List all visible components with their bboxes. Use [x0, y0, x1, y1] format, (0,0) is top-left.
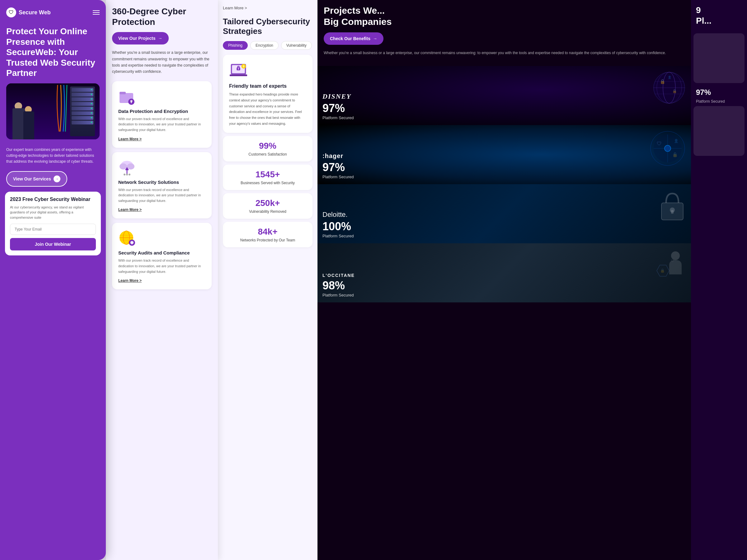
tab-phishing[interactable]: Phishing — [223, 41, 248, 50]
strategy-tabs: Phishing Encryption Vulnerability — [223, 41, 312, 50]
project-card-loccitane[interactable]: 🔒 🛡 L'OCCITANE 98% Platform Secured — [317, 243, 691, 302]
svg-point-21 — [238, 69, 239, 70]
deloitte-percent: 100% — [323, 220, 354, 233]
email-input[interactable] — [10, 224, 96, 235]
svg-point-5 — [120, 163, 127, 169]
loccitane-percent: 98% — [323, 279, 355, 292]
data-protection-icon: ✓ — [118, 87, 136, 105]
server-rack-illustration — [70, 86, 95, 136]
svg-text:🛡: 🛡 — [657, 141, 662, 146]
stat-number-2: 1545+ — [229, 169, 306, 180]
check-benefits-button[interactable]: Check Our Benefits → — [324, 32, 383, 45]
app-header: 🛡 Secure Web — [0, 0, 106, 21]
disney-label: Platform Secured — [323, 115, 354, 120]
stat-number-3: 250k+ — [229, 198, 306, 208]
top-learn-more-link[interactable]: Learn More > — [223, 6, 247, 10]
panel4-description: Whether you're a small business or a lar… — [324, 50, 685, 56]
deloitte-label: Platform Secured — [323, 234, 354, 238]
logo-area: 🛡 Secure Web — [6, 7, 51, 18]
deloitte-company-name: Deloitte. — [323, 211, 354, 219]
webinar-title: 2023 Free Cyber Security Webinar — [10, 196, 96, 202]
hamburger-menu[interactable] — [93, 10, 100, 15]
learn-more-link-1[interactable]: Learn More > — [118, 137, 141, 141]
panel2-description: Whether you're a small business or a lar… — [112, 50, 212, 75]
panel-projects: Projects We...Big Companies Check Our Be… — [317, 0, 691, 560]
hager-percent: 97% — [323, 161, 354, 174]
svg-rect-44 — [671, 210, 673, 214]
strategy-description: These expanded hero headings provide mor… — [229, 91, 306, 126]
svg-text:🔒: 🔒 — [660, 79, 666, 84]
peek-card-2 — [693, 106, 745, 156]
svg-text:🔒: 🔒 — [672, 89, 677, 93]
service-card-3: Security Audits and Compliance With our … — [112, 223, 212, 289]
disney-percent: 97% — [323, 102, 354, 115]
panel-strategies: Learn More > Tailored Cybersecurity Stra… — [218, 0, 317, 560]
panel-services: 360-Degree Cyber Protection View Our Pro… — [106, 0, 218, 560]
hager-card-content: :hager 97% Platform Secured — [323, 153, 354, 179]
hager-company-name: :hager — [323, 153, 354, 160]
arrow-icon: → — [158, 36, 162, 41]
stat-label-2: Businesses Served with Security — [229, 181, 306, 185]
panel-mobile-purple: 🛡 Secure Web Protect Your Online Presenc… — [0, 0, 106, 560]
tab-vulnerability[interactable]: Vulnerability — [281, 41, 312, 50]
stat-card-vulnerabilities: 250k+ Vulnerability Removed — [223, 193, 312, 219]
svg-point-38 — [665, 145, 671, 152]
service-desc-2: With our proven track record of excellen… — [118, 187, 205, 204]
join-webinar-button[interactable]: Join Our Webinar — [10, 238, 96, 250]
peek-number: 97% — [691, 85, 747, 99]
peek-content: 9Pl... — [691, 0, 747, 31]
arrow-icon: → — [54, 176, 60, 182]
hero-section: Protect Your Online Presence with Secure… — [0, 21, 106, 143]
peek-label: Platform Secured — [691, 99, 747, 104]
stat-card-businesses: 1545+ Businesses Served with Security — [223, 165, 312, 190]
svg-point-9 — [124, 174, 125, 176]
service-card-2: Network Security Solutions With our prov… — [112, 152, 212, 219]
svg-point-11 — [129, 174, 130, 176]
svg-rect-1 — [120, 92, 126, 94]
svg-text:✓: ✓ — [130, 100, 133, 104]
service-card-1: ✓ Data Protection and Encryption With ou… — [112, 81, 212, 148]
loccitane-label: Platform Secured — [323, 293, 355, 297]
svg-text:🔒: 🔒 — [672, 152, 678, 157]
svg-text:👤: 👤 — [674, 138, 678, 143]
peek-card-1 — [693, 33, 745, 83]
network-security-icon — [118, 158, 136, 176]
tab-encryption[interactable]: Encryption — [250, 41, 279, 50]
project-card-deloitte[interactable]: Deloitte. 100% Platform Secured — [317, 184, 691, 243]
loccitane-card-content: L'OCCITANE 98% Platform Secured — [323, 273, 355, 297]
service-desc-1: With our proven track record of excellen… — [118, 116, 205, 133]
panel4-header: Projects We...Big Companies Check Our Be… — [317, 0, 691, 66]
project-card-hager[interactable]: 🛡 🔒 👤 :hager 97% Platform Secured — [317, 125, 691, 184]
hero-title: Protect Your Online Presence with Secure… — [6, 26, 100, 78]
hero-description: Our expert team combines years of experi… — [0, 143, 106, 169]
view-projects-button[interactable]: View Our Projects → — [112, 32, 169, 45]
service-title-2: Network Security Solutions — [118, 180, 205, 185]
svg-text:👤: 👤 — [668, 75, 672, 79]
arrow-icon: → — [373, 36, 377, 41]
svg-point-10 — [126, 174, 128, 176]
stat-label-3: Vulnerability Removed — [229, 209, 306, 214]
project-card-disney[interactable]: 🔒 🔒 👤 DISNEY 97% Platform Secured — [317, 66, 691, 125]
view-services-button[interactable]: View Our Services → — [6, 171, 67, 187]
panel2-title: 360-Degree Cyber Protection — [112, 6, 212, 27]
panel4-title: Projects We...Big Companies — [324, 5, 685, 27]
person-figure — [11, 96, 28, 139]
stat-number-1: 99% — [229, 141, 306, 151]
learn-more-link-2[interactable]: Learn More > — [118, 208, 141, 212]
logo-icon: 🛡 — [6, 7, 16, 18]
stat-label-1: Customers Satisfaction — [229, 152, 306, 157]
svg-text:🔒: 🔒 — [660, 268, 665, 273]
hager-label: Platform Secured — [323, 175, 354, 179]
stat-label-4: Networks Protected by Our Team — [229, 238, 306, 242]
stat-card-satisfaction: 99% Customers Satisfaction — [223, 136, 312, 161]
stat-card-networks: 84k+ Networks Protected by Our Team — [223, 222, 312, 247]
hero-image — [6, 83, 100, 139]
service-desc-3: With our proven track record of excellen… — [118, 258, 205, 274]
learn-more-link-3[interactable]: Learn More > — [118, 278, 141, 283]
strategy-laptop-icon — [229, 61, 248, 80]
deloitte-card-content: Deloitte. 100% Platform Secured — [323, 211, 354, 238]
cta-section: View Our Services → — [0, 169, 106, 192]
project-cards-container: 🔒 🔒 👤 DISNEY 97% Platform Secured — [317, 66, 691, 302]
service-title-3: Security Audits and Compliance — [118, 250, 205, 256]
strategy-title: Friendly team of experts — [229, 83, 306, 89]
